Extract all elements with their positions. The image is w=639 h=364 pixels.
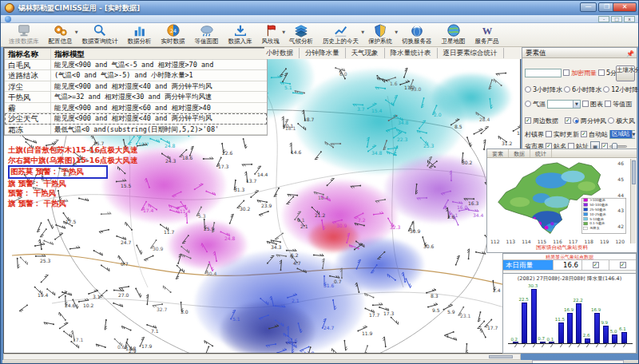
station-value-label: 2.6 <box>447 215 455 220</box>
tab-降水量统计表[interactable]: 降水量统计表 <box>385 48 438 58</box>
toolbar-item-气候分析[interactable]: 气候分析 <box>284 23 318 45</box>
minimap-header-col[interactable]: 数据 <box>509 149 530 157</box>
indicator-row-道路结冰[interactable]: 道路结冰(气温<0 and 气温>-5) and 小时降水量>1 <box>5 70 267 81</box>
bar <box>612 334 617 343</box>
five-min-wind-checkbox[interactable] <box>598 69 605 76</box>
station-value-label: 3.7 <box>357 107 365 112</box>
soil-moisture-button[interactable]: 土壤水分 <box>616 65 635 81</box>
wind-barb <box>323 138 335 151</box>
trend-icon <box>333 24 348 38</box>
toolbar-item-服务产品[interactable]: W服务产品 <box>470 23 504 45</box>
tab-分钟降水量[interactable]: 分钟降水量 <box>300 48 346 58</box>
tab-逐日要素综合统计[interactable]: 逐日要素综合统计 <box>438 48 504 58</box>
toolbar-item-连接数据库[interactable]: 连接数据库 <box>4 23 44 45</box>
tab-天气现象[interactable]: 天气现象 <box>346 48 385 58</box>
x-tick: 115 <box>538 239 546 244</box>
weather-map[interactable]: 18.430.923.124.730.224.734.813.831.311.4… <box>3 47 521 354</box>
toolbar-item-label: 风玫瑰 <box>262 38 280 45</box>
label-auto-station: 自动站 <box>589 130 608 139</box>
panel-header[interactable]: 要素值 📌 <box>522 48 637 58</box>
radio-12h-precip[interactable] <box>603 86 609 93</box>
chart-title: (2082) 27日08时-28日08时 降水量(146.4) <box>503 275 636 283</box>
around-data-checkbox[interactable]: ✓ <box>525 117 531 124</box>
toolbar-item-切换服务器[interactable]: 切换服务器 <box>397 23 437 45</box>
station-value-label: 2.4 <box>493 288 501 293</box>
row-checkbox-2[interactable]: ✓ <box>620 262 626 268</box>
bar-value-label: 22.5 <box>519 297 529 302</box>
indicator-row-霾[interactable]: 霾能见度<900 and 相对湿度<60 and 相对湿度>40 <box>5 103 267 114</box>
toolbar-item-风玫瑰[interactable]: 风玫瑰▼ <box>257 23 285 45</box>
svg-text:5-10毫米: 5-10毫米 <box>589 217 605 221</box>
chevron-down-icon[interactable]: ▼ <box>632 131 636 138</box>
toolbar-item-等值面图[interactable]: 等值面图 <box>190 23 224 45</box>
toolbar-item-数据入库[interactable]: 数据入库 <box>224 23 257 45</box>
toolbar-item-历史上的今天[interactable]: 历史上的今天▼ <box>318 23 363 45</box>
indicator-table[interactable]: 指标名称指标模型白毛风能见度<900 and 气温<-5 and 相对湿度>70… <box>4 48 268 136</box>
radio-temperature[interactable] <box>525 101 531 107</box>
chart-checkbox[interactable] <box>582 101 589 107</box>
alert-line: 旗 预警： 干热风 <box>8 179 208 189</box>
wind-barb <box>56 310 69 322</box>
radio-3h-precip[interactable] <box>525 86 531 93</box>
minimize-button[interactable]: — <box>580 2 597 12</box>
region-minimap[interactable]: >100毫米50-100毫米25-50毫米10-25毫米5-10毫米0.1-5毫… <box>489 159 629 235</box>
encrypted-rain-checkbox[interactable] <box>563 69 570 76</box>
mdi-close-button[interactable]: x <box>624 16 635 22</box>
pin-icon[interactable]: 📌 <box>626 49 634 59</box>
indicator-row-浮尘[interactable]: 浮尘能见度<900 and 相对湿度<40 and 两分钟平均风 <box>5 81 267 93</box>
toolbar-item-label: 数据分析 <box>128 38 152 45</box>
indicator-row-霜冻[interactable]: 霜冻最低气温<0 and(substring(日期时间,5,2)>'08' <box>5 125 267 136</box>
max-wind-radio[interactable] <box>608 117 614 124</box>
horizontal-scrollbar[interactable] <box>3 354 521 360</box>
scroll-thumb[interactable] <box>489 355 513 358</box>
panel-title: 要素值 <box>526 49 546 57</box>
tab-小时数据[interactable]: 小时数据 <box>264 48 300 58</box>
status-segment <box>532 360 624 364</box>
wind-barb <box>57 288 69 301</box>
minimap-header-col[interactable]: 统计 <box>530 149 552 157</box>
station-name-cell[interactable]: 本日雨量 <box>503 260 553 270</box>
element-search-input[interactable] <box>525 69 562 77</box>
toolbar-item-数据分析[interactable]: 数据分析 <box>123 23 157 45</box>
two-min-wind-radio[interactable] <box>573 117 579 124</box>
toolbar-item-配置信息[interactable]: 配置信息▼ <box>44 23 77 45</box>
toolbar-item-实时数据[interactable]: 24实时数据 <box>157 23 190 45</box>
isoline-checkbox[interactable] <box>605 101 611 107</box>
y-tick: 45 <box>617 176 624 182</box>
minimap-scrollbar[interactable] <box>630 159 636 243</box>
row-checkbox-1[interactable]: ✓ <box>593 262 599 268</box>
minimap-header[interactable]: 要素数据统计 <box>487 149 637 158</box>
alert-line: 预警： 干热风 <box>8 188 208 199</box>
minimap-header-col[interactable]: 要素 <box>487 149 509 157</box>
bar-value-label: 2.6 <box>583 333 590 338</box>
bar-value-label: 0.7 <box>538 336 545 341</box>
close-button[interactable]: ✕ <box>613 2 637 12</box>
title-bar[interactable]: 锡林郭勒盟CIMISS应用 - [实时数据] — ❐ ✕ <box>1 1 639 15</box>
table-row[interactable]: 本日雨量 16.6 ✓ ✓ <box>503 259 636 270</box>
alert-line: 尔右翼中旗(乌素图)15-16点极大风速 <box>8 156 208 166</box>
indicator-row-白毛风[interactable]: 白毛风能见度<900 and 气温<-5 and 相对湿度>70 and <box>5 60 267 71</box>
mdi-minimize-button[interactable]: - <box>598 16 609 22</box>
indicator-row-沙尘天气[interactable]: 沙尘天气能见度<900 and 相对湿度<40 and 两分钟平均风 <box>5 113 267 125</box>
temperature-combo[interactable]: ▼ <box>547 100 581 109</box>
auto-station-checkbox[interactable]: ✓ <box>581 131 587 137</box>
wind-barb <box>17 302 30 315</box>
radio-6h-precip[interactable] <box>564 86 570 93</box>
indicator-row-干热风[interactable]: 干热风气温>=32 and 相对湿度<30 and 两分钟平均风速 <box>5 92 267 103</box>
chevron-down-icon[interactable]: ▼ <box>573 101 580 108</box>
station-type-combo[interactable]: 区域站 ▼ <box>609 130 635 139</box>
station-value-label: 9.5 <box>432 308 440 313</box>
toolbar-item-保护系统[interactable]: 保护系统▼ <box>363 23 397 45</box>
two-min-wind-checkbox[interactable]: ✓ <box>565 117 571 124</box>
wind-barb <box>367 263 380 275</box>
density-slider[interactable] <box>609 145 627 148</box>
realtime-update-checkbox[interactable] <box>546 131 552 137</box>
toolbar-item-label: 实时数据 <box>161 38 185 45</box>
label-12h-precip: 12小时降水 <box>611 85 639 94</box>
toolbar-item-卫星地图[interactable]: 卫星地图 <box>437 23 470 45</box>
toolbar-item-数据查询统计[interactable]: 数据查询统计 <box>77 23 123 45</box>
label-village-border: 村镇界 <box>525 130 544 139</box>
status-bar <box>2 360 638 364</box>
minimap-x-axis: 112113114115116117118119120 <box>487 239 628 244</box>
mdi-restore-button[interactable]: □ <box>611 16 622 22</box>
